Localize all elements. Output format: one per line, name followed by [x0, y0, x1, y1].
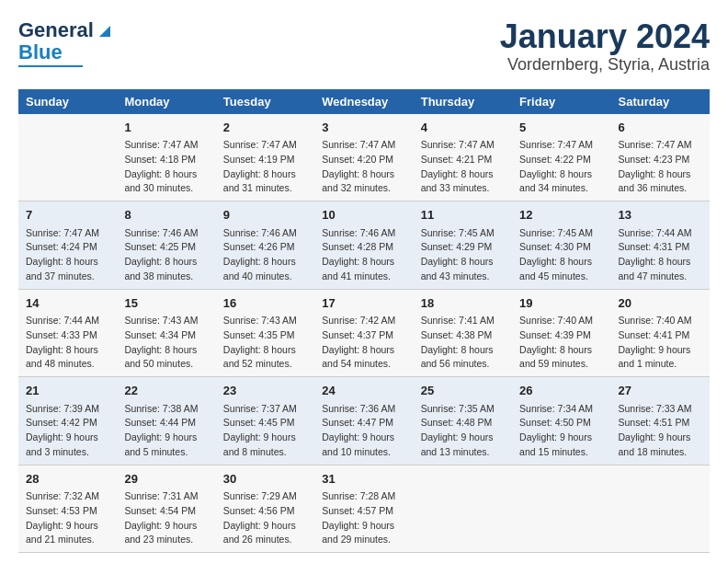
day-info: Sunrise: 7:47 AMSunset: 4:23 PMDaylight:…	[619, 138, 702, 196]
day-number: 5	[519, 119, 603, 137]
page-title: January 2024	[500, 18, 710, 55]
header-cell-friday: Friday	[512, 89, 610, 114]
day-number: 8	[124, 206, 208, 224]
day-number: 1	[124, 119, 208, 137]
day-info: Sunrise: 7:43 AMSunset: 4:34 PMDaylight:…	[124, 314, 208, 372]
day-cell: 12Sunrise: 7:45 AMSunset: 4:30 PMDayligh…	[512, 201, 610, 290]
week-row-3: 14Sunrise: 7:44 AMSunset: 4:33 PMDayligh…	[18, 289, 710, 377]
day-info: Sunrise: 7:32 AMSunset: 4:53 PMDaylight:…	[26, 489, 109, 547]
day-number: 28	[26, 470, 109, 488]
day-number: 3	[322, 119, 405, 137]
day-number: 9	[223, 206, 307, 224]
week-row-1: 1Sunrise: 7:47 AMSunset: 4:18 PMDaylight…	[18, 114, 710, 201]
day-cell: 23Sunrise: 7:37 AMSunset: 4:45 PMDayligh…	[216, 377, 314, 465]
day-info: Sunrise: 7:34 AMSunset: 4:50 PMDaylight:…	[519, 402, 603, 460]
day-info: Sunrise: 7:44 AMSunset: 4:31 PMDaylight:…	[619, 226, 702, 284]
logo-arrow-icon	[94, 20, 114, 40]
day-number: 27	[619, 382, 702, 400]
day-cell	[512, 465, 610, 553]
logo: General Blue	[18, 18, 114, 67]
page-subtitle: Vordernberg, Styria, Austria	[500, 55, 710, 75]
header-row: SundayMondayTuesdayWednesdayThursdayFrid…	[18, 89, 710, 114]
day-cell: 16Sunrise: 7:43 AMSunset: 4:35 PMDayligh…	[216, 289, 314, 377]
day-number: 25	[421, 382, 505, 400]
day-info: Sunrise: 7:43 AMSunset: 4:35 PMDaylight:…	[223, 314, 307, 372]
day-info: Sunrise: 7:42 AMSunset: 4:37 PMDaylight:…	[322, 314, 405, 372]
day-info: Sunrise: 7:35 AMSunset: 4:48 PMDaylight:…	[421, 402, 505, 460]
day-number: 15	[124, 294, 208, 313]
day-number: 14	[26, 294, 109, 313]
day-info: Sunrise: 7:46 AMSunset: 4:28 PMDaylight:…	[322, 226, 405, 284]
day-cell: 6Sunrise: 7:47 AMSunset: 4:23 PMDaylight…	[611, 114, 710, 201]
day-number: 24	[322, 382, 405, 400]
day-info: Sunrise: 7:29 AMSunset: 4:56 PMDaylight:…	[223, 489, 307, 547]
day-cell: 28Sunrise: 7:32 AMSunset: 4:53 PMDayligh…	[18, 465, 117, 553]
day-info: Sunrise: 7:38 AMSunset: 4:44 PMDaylight:…	[124, 402, 208, 460]
day-info: Sunrise: 7:39 AMSunset: 4:42 PMDaylight:…	[26, 402, 109, 460]
day-number: 23	[223, 382, 307, 400]
day-info: Sunrise: 7:46 AMSunset: 4:26 PMDaylight:…	[223, 226, 307, 284]
svg-marker-0	[99, 26, 110, 37]
week-row-4: 21Sunrise: 7:39 AMSunset: 4:42 PMDayligh…	[18, 377, 710, 465]
day-number: 29	[124, 470, 208, 488]
day-cell: 1Sunrise: 7:47 AMSunset: 4:18 PMDaylight…	[117, 114, 215, 201]
day-info: Sunrise: 7:33 AMSunset: 4:51 PMDaylight:…	[619, 402, 702, 460]
week-row-5: 28Sunrise: 7:32 AMSunset: 4:53 PMDayligh…	[18, 465, 710, 553]
day-info: Sunrise: 7:45 AMSunset: 4:29 PMDaylight:…	[421, 226, 505, 284]
day-number: 26	[519, 382, 603, 400]
day-cell: 15Sunrise: 7:43 AMSunset: 4:34 PMDayligh…	[117, 289, 215, 377]
title-area: January 2024 Vordernberg, Styria, Austri…	[500, 18, 710, 75]
day-number: 13	[619, 206, 702, 224]
day-cell: 4Sunrise: 7:47 AMSunset: 4:21 PMDaylight…	[414, 114, 512, 201]
day-cell	[414, 465, 512, 553]
day-number: 6	[619, 119, 702, 137]
day-cell: 29Sunrise: 7:31 AMSunset: 4:54 PMDayligh…	[117, 465, 215, 553]
day-cell: 22Sunrise: 7:38 AMSunset: 4:44 PMDayligh…	[117, 377, 215, 465]
logo-general-text: General	[18, 18, 94, 42]
day-cell: 17Sunrise: 7:42 AMSunset: 4:37 PMDayligh…	[314, 289, 413, 377]
day-info: Sunrise: 7:45 AMSunset: 4:30 PMDaylight:…	[519, 226, 603, 284]
day-number: 11	[421, 206, 505, 224]
logo-blue-text: Blue	[18, 40, 63, 64]
day-info: Sunrise: 7:41 AMSunset: 4:38 PMDaylight:…	[421, 314, 505, 372]
day-info: Sunrise: 7:40 AMSunset: 4:41 PMDaylight:…	[619, 314, 702, 372]
day-number: 7	[26, 206, 109, 224]
day-cell: 26Sunrise: 7:34 AMSunset: 4:50 PMDayligh…	[512, 377, 610, 465]
day-info: Sunrise: 7:28 AMSunset: 4:57 PMDaylight:…	[322, 489, 405, 547]
day-number: 2	[223, 119, 307, 137]
day-cell: 10Sunrise: 7:46 AMSunset: 4:28 PMDayligh…	[314, 201, 413, 290]
page-header: General Blue January 2024 Vordernberg, S…	[18, 18, 710, 75]
day-number: 19	[519, 294, 603, 313]
day-cell: 27Sunrise: 7:33 AMSunset: 4:51 PMDayligh…	[611, 377, 710, 465]
day-cell: 30Sunrise: 7:29 AMSunset: 4:56 PMDayligh…	[216, 465, 314, 553]
day-cell: 18Sunrise: 7:41 AMSunset: 4:38 PMDayligh…	[414, 289, 512, 377]
day-number: 18	[421, 294, 505, 313]
day-cell: 19Sunrise: 7:40 AMSunset: 4:39 PMDayligh…	[512, 289, 610, 377]
day-number: 4	[421, 119, 505, 137]
day-info: Sunrise: 7:37 AMSunset: 4:45 PMDaylight:…	[223, 402, 307, 460]
day-number: 22	[124, 382, 208, 400]
day-info: Sunrise: 7:47 AMSunset: 4:21 PMDaylight:…	[421, 138, 505, 196]
day-number: 30	[223, 470, 307, 488]
logo-underline	[18, 65, 83, 67]
day-info: Sunrise: 7:40 AMSunset: 4:39 PMDaylight:…	[519, 314, 603, 372]
day-cell: 14Sunrise: 7:44 AMSunset: 4:33 PMDayligh…	[18, 289, 117, 377]
day-info: Sunrise: 7:47 AMSunset: 4:19 PMDaylight:…	[223, 138, 307, 196]
header-cell-saturday: Saturday	[611, 89, 710, 114]
calendar-table: SundayMondayTuesdayWednesdayThursdayFrid…	[18, 89, 710, 554]
day-number: 20	[619, 294, 702, 313]
day-info: Sunrise: 7:47 AMSunset: 4:22 PMDaylight:…	[519, 138, 603, 196]
day-cell: 20Sunrise: 7:40 AMSunset: 4:41 PMDayligh…	[611, 289, 710, 377]
day-cell: 11Sunrise: 7:45 AMSunset: 4:29 PMDayligh…	[414, 201, 512, 290]
day-cell	[611, 465, 710, 553]
header-cell-wednesday: Wednesday	[314, 89, 413, 114]
day-info: Sunrise: 7:44 AMSunset: 4:33 PMDaylight:…	[26, 314, 109, 372]
day-info: Sunrise: 7:31 AMSunset: 4:54 PMDaylight:…	[124, 489, 208, 547]
day-number: 10	[322, 206, 405, 224]
day-number: 31	[322, 470, 405, 488]
day-number: 16	[223, 294, 307, 313]
day-cell: 9Sunrise: 7:46 AMSunset: 4:26 PMDaylight…	[216, 201, 314, 290]
day-cell: 13Sunrise: 7:44 AMSunset: 4:31 PMDayligh…	[611, 201, 710, 290]
day-info: Sunrise: 7:46 AMSunset: 4:25 PMDaylight:…	[124, 226, 208, 284]
day-cell	[18, 114, 117, 201]
